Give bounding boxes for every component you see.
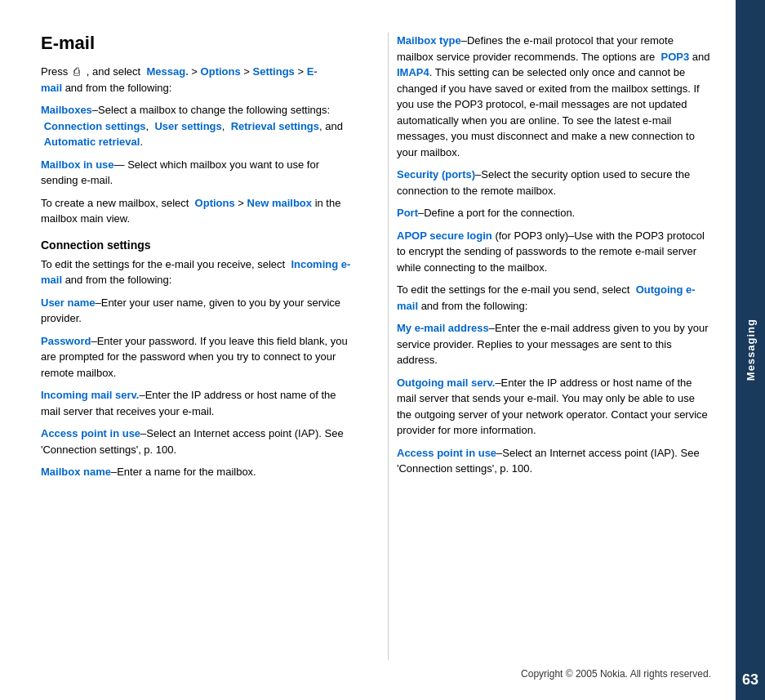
messag-link: Messag.: [146, 65, 188, 78]
connection-intro-text: To edit the settings for the e-mail you …: [41, 258, 285, 270]
new-mailbox-link: New mailbox: [247, 197, 312, 209]
access-point-label: Access point in use: [41, 427, 140, 439]
connection-and: and from the following:: [62, 274, 171, 286]
access-point2-paragraph: Access point in use–Select an Internet a…: [397, 445, 711, 477]
outgoing-mail-paragraph: Outgoing mail serv.–Enter the IP address…: [397, 375, 711, 439]
page-title: E-mail: [41, 33, 355, 54]
content-area: E-mail Press ⎙ , and select Messag. > Op…: [41, 33, 711, 684]
sep3: >: [295, 65, 307, 78]
outgoing-and: and from the following:: [418, 300, 527, 312]
mailboxes-text: –Select a mailbox to change the followin…: [92, 104, 330, 116]
connection-settings-heading: Connection settings: [41, 239, 355, 252]
outgoing-intro-text: To edit the settings for the e-mail you …: [397, 283, 629, 296]
mailbox-in-use-label: Mailbox in use: [41, 158, 114, 171]
create-sep: >: [235, 197, 247, 209]
intro-paragraph: Press ⎙ , and select Messag. > Options >…: [41, 64, 355, 96]
outgoing-mail-label: Outgoing mail serv.: [397, 377, 495, 389]
mailbox-type-paragraph: Mailbox type–Defines the e-mail protocol…: [397, 33, 711, 160]
incoming-mail-label: Incoming mail serv.: [41, 389, 139, 401]
intro-text-after: , and select: [87, 65, 141, 78]
imap4-link: IMAP4: [397, 66, 429, 78]
mailbox-in-use-paragraph: Mailbox in use— Select which mailbox you…: [41, 157, 355, 189]
copyright-text: Copyright © 2005 Nokia. All rights reser…: [521, 668, 711, 680]
mailboxes-paragraph: Mailboxes–Select a mailbox to change the…: [41, 102, 355, 150]
right-column: Mailbox type–Defines the e-mail protocol…: [388, 33, 711, 660]
and-text: and: [689, 51, 709, 63]
apop-label: APOP secure login: [397, 230, 492, 242]
mailboxes-label: Mailboxes: [41, 104, 92, 116]
security-label: Security (ports): [397, 168, 475, 181]
port-text: –Define a port for the connection.: [418, 207, 575, 219]
sep1: >: [189, 65, 201, 78]
intro-text-before: Press: [41, 65, 68, 78]
options-link: Options: [201, 65, 241, 78]
sep2: >: [241, 65, 253, 78]
port-label: Port: [397, 207, 418, 219]
page-number-box: 63: [736, 659, 765, 700]
mailboxes-and: , and: [319, 120, 343, 132]
password-label: Password: [41, 335, 91, 347]
my-email-label: My e-mail address: [397, 322, 489, 334]
port-paragraph: Port–Define a port for the connection.: [397, 205, 711, 221]
user-settings-link: User settings: [154, 120, 221, 132]
mailbox-name-label: Mailbox name: [41, 466, 111, 478]
pop3-link: POP3: [660, 51, 689, 63]
password-paragraph: Password–Enter your password. If you lea…: [41, 333, 355, 381]
retrieval-settings-link: Retrieval settings: [231, 120, 319, 132]
mailbox-name-paragraph: Mailbox name–Enter a name for the mailbo…: [41, 464, 355, 480]
user-name-paragraph: User name–Enter your user name, given to…: [41, 295, 355, 327]
outgoing-intro-paragraph: To edit the settings for the e-mail you …: [397, 282, 711, 314]
my-email-paragraph: My e-mail address–Enter the e-mail addre…: [397, 320, 711, 368]
page-number: 63: [742, 671, 758, 689]
connection-intro-paragraph: To edit the settings for the e-mail you …: [41, 256, 355, 288]
text-end: and from the following:: [62, 82, 171, 94]
sidebar-label: Messaging: [745, 319, 757, 381]
access-point-paragraph: Access point in use–Select an Internet a…: [41, 426, 355, 457]
main-content: E-mail Press ⎙ , and select Messag. > Op…: [0, 0, 736, 700]
create-text-before: To create a new mailbox, select: [41, 197, 189, 209]
security-paragraph: Security (ports)–Select the security opt…: [397, 167, 711, 198]
left-column: E-mail Press ⎙ , and select Messag. > Op…: [41, 33, 363, 660]
mailbox-type-label: Mailbox type: [397, 34, 461, 47]
create-options-link: Options: [195, 197, 235, 209]
automatic-retrieval-link: Automatic retrieval: [44, 136, 140, 148]
mailbox-type-text2: . This setting can be selected only once…: [397, 66, 700, 158]
access-point2-label: Access point in use: [397, 447, 496, 459]
incoming-mail-paragraph: Incoming mail serv.–Enter the IP address…: [41, 387, 355, 419]
user-name-label: User name: [41, 296, 95, 309]
settings-link: Settings: [253, 65, 295, 78]
create-new-mailbox-paragraph: To create a new mailbox, select Options …: [41, 195, 355, 227]
apop-paragraph: APOP secure login (for POP3 only)–Use wi…: [397, 228, 711, 276]
sidebar: Messaging 63: [736, 0, 765, 700]
menu-icon: ⎙: [73, 65, 80, 78]
footer: Copyright © 2005 Nokia. All rights reser…: [41, 660, 711, 684]
mailbox-name-text: –Enter a name for the mailbox.: [111, 466, 256, 478]
two-column-layout: E-mail Press ⎙ , and select Messag. > Op…: [41, 33, 711, 660]
connection-settings-link: Connection settings: [44, 120, 146, 132]
